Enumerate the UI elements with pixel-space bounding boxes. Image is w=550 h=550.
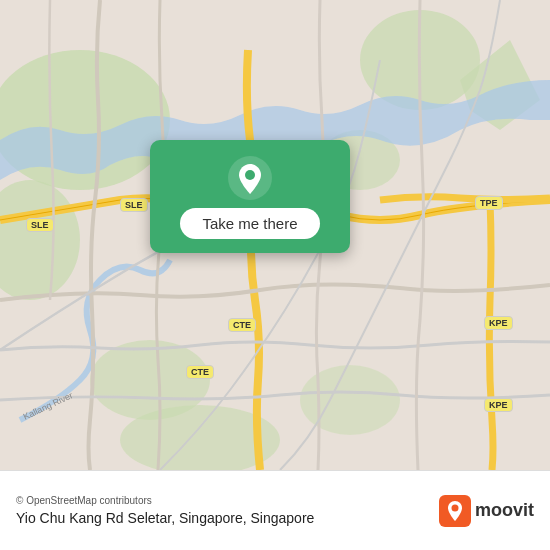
bottom-bar: © OpenStreetMap contributors Yio Chu Kan… bbox=[0, 470, 550, 550]
road-label-sle: SLE bbox=[26, 218, 54, 232]
road-label-cte2: CTE bbox=[186, 365, 214, 379]
take-me-there-button[interactable]: Take me there bbox=[180, 208, 319, 239]
road-label-kpe2: KPE bbox=[484, 398, 513, 412]
moovit-brand-text: moovit bbox=[475, 500, 534, 521]
attribution-text: © OpenStreetMap contributors bbox=[16, 495, 314, 506]
moovit-brand-icon bbox=[439, 495, 471, 527]
bottom-info: © OpenStreetMap contributors Yio Chu Kan… bbox=[16, 495, 314, 526]
location-pin-icon bbox=[228, 156, 272, 200]
svg-point-11 bbox=[245, 170, 255, 180]
location-name: Yio Chu Kang Rd Seletar, Singapore, Sing… bbox=[16, 510, 314, 526]
road-label-kpe: KPE bbox=[484, 316, 513, 330]
map-container: Kallang River SLE SLE CTE CTE TPE KPE KP… bbox=[0, 0, 550, 470]
moovit-logo: moovit bbox=[439, 495, 534, 527]
road-label-cte: CTE bbox=[228, 318, 256, 332]
road-label-sle2: SLE bbox=[120, 198, 148, 212]
svg-point-13 bbox=[451, 504, 458, 511]
action-card: Take me there bbox=[150, 140, 350, 253]
road-label-tpe: TPE bbox=[475, 196, 503, 210]
svg-point-6 bbox=[300, 365, 400, 435]
